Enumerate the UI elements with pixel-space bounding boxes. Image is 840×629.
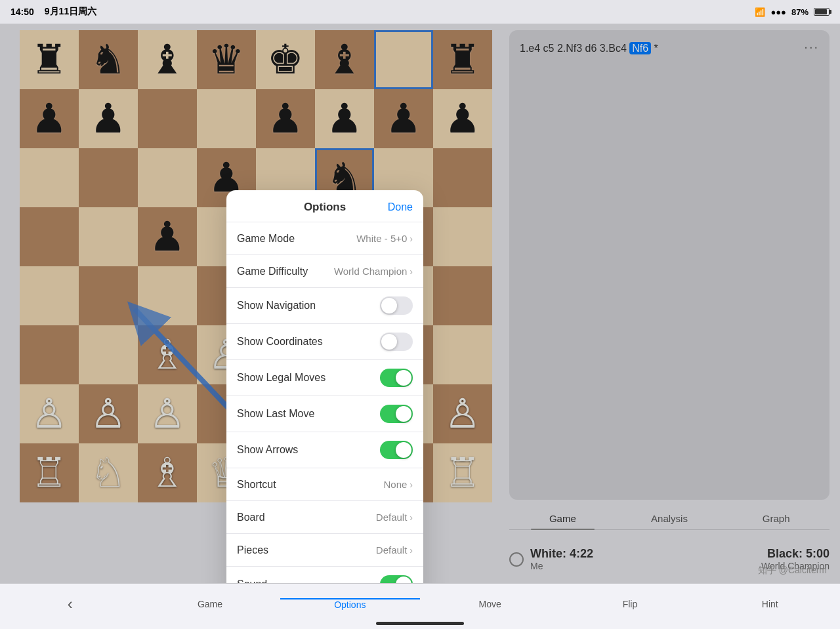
toggle-knob-show-legal-moves [396, 370, 411, 386]
tab-back-label: ‹ [68, 595, 73, 613]
toggle-show-arrows[interactable] [380, 441, 413, 459]
tab-flip-bottom[interactable]: Flip [560, 599, 700, 609]
status-date: 9月11日周六 [45, 6, 96, 18]
options-overlay: Options Done Game ModeWhite - 5+0 ›Game … [0, 0, 840, 583]
options-row-game-mode[interactable]: Game ModeWhite - 5+0 › [226, 222, 423, 255]
battery-icon [814, 8, 830, 16]
options-value-game-mode[interactable]: White - 5+0 › [356, 233, 413, 244]
tab-game-label: Game [198, 599, 222, 609]
status-icons: 📶 ●●● 87% [755, 7, 830, 17]
options-label-show-legal-moves: Show Legal Moves [237, 372, 326, 384]
options-label-show-coordinates: Show Coordinates [237, 336, 323, 348]
options-row-pieces[interactable]: PiecesDefault › [226, 534, 423, 567]
options-value-pieces[interactable]: Default › [376, 544, 413, 556]
options-done-button[interactable]: Done [388, 201, 413, 213]
home-indicator [376, 622, 464, 625]
tab-options-bottom[interactable]: Options [280, 598, 420, 610]
options-row-game-difficulty[interactable]: Game DifficultyWorld Champion › [226, 255, 423, 288]
wifi-icon: 📶 [755, 7, 765, 17]
tab-flip-label: Flip [623, 599, 638, 609]
options-label-show-arrows: Show Arrows [237, 444, 298, 456]
options-row-show-navigation: Show Navigation [226, 288, 423, 324]
options-label-show-last-move: Show Last Move [237, 408, 314, 420]
options-label-game-mode: Game Mode [237, 233, 295, 245]
options-label-board: Board [237, 512, 265, 523]
options-panel: Options Done Game ModeWhite - 5+0 ›Game … [226, 190, 423, 602]
toggle-knob-show-coordinates [381, 334, 397, 350]
tab-hint-bottom[interactable]: Hint [700, 599, 840, 609]
toggle-show-coordinates[interactable] [380, 333, 413, 351]
options-rows-container: Game ModeWhite - 5+0 ›Game DifficultyWor… [226, 222, 423, 602]
options-row-board[interactable]: BoardDefault › [226, 501, 423, 534]
options-value-game-difficulty[interactable]: World Champion › [334, 266, 413, 277]
toggle-show-legal-moves[interactable] [380, 369, 413, 387]
toggle-knob-show-navigation [381, 298, 397, 314]
tab-hint-label: Hint [762, 599, 778, 609]
options-label-show-navigation: Show Navigation [237, 300, 316, 312]
status-time: 14:50 [10, 7, 34, 17]
toggle-show-last-move[interactable] [380, 405, 413, 423]
tab-bar: ‹ Game Options Move Flip Hint [0, 583, 840, 629]
options-label-shortcut: Shortcut [237, 479, 276, 491]
options-label-pieces: Pieces [237, 544, 268, 556]
options-row-shortcut[interactable]: ShortcutNone › [226, 468, 423, 501]
toggle-knob-show-last-move [396, 406, 411, 422]
options-label-game-difficulty: Game Difficulty [237, 266, 308, 277]
toggle-show-navigation[interactable] [380, 296, 413, 315]
tab-options-label: Options [334, 599, 366, 610]
options-value-board[interactable]: Default › [376, 512, 413, 523]
options-header: Options Done [226, 190, 423, 222]
toggle-knob-show-arrows [396, 442, 411, 458]
tab-move-bottom[interactable]: Move [420, 599, 560, 609]
options-row-show-coordinates: Show Coordinates [226, 324, 423, 360]
tab-back[interactable]: ‹ [0, 595, 140, 613]
signal-icon: ●●● [770, 7, 786, 17]
tab-move-label: Move [479, 599, 501, 609]
options-title: Options [304, 201, 346, 214]
battery-percentage: 87% [791, 7, 808, 17]
options-value-shortcut[interactable]: None › [383, 479, 413, 490]
options-row-show-legal-moves: Show Legal Moves [226, 360, 423, 396]
status-bar: 14:50 9月11日周六 📶 ●●● 87% [0, 0, 840, 24]
options-row-show-last-move: Show Last Move [226, 396, 423, 432]
options-row-show-arrows: Show Arrows [226, 432, 423, 468]
tab-game-bottom[interactable]: Game [140, 599, 280, 609]
